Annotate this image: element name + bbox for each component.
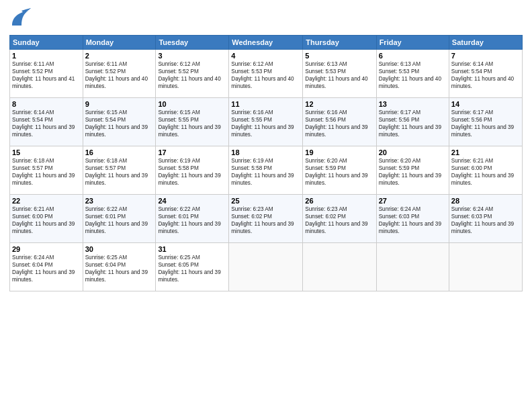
calendar-day-cell: 14 Sunrise: 6:17 AM Sunset: 5:56 PM Dayl…: [449, 98, 522, 146]
daylight-label: Daylight: 11 hours and 39 minutes.: [305, 173, 367, 186]
daylight-label: Daylight: 11 hours and 40 minutes.: [451, 76, 514, 89]
day-info: Sunrise: 6:24 AM Sunset: 6:03 PM Dayligh…: [451, 205, 520, 235]
calendar-day-cell: 23 Sunrise: 6:22 AM Sunset: 6:01 PM Dayl…: [83, 195, 156, 243]
sunrise-label: Sunrise: 6:23 AM: [231, 206, 273, 212]
sunset-label: Sunset: 5:57 PM: [85, 165, 126, 171]
calendar-day-cell: 2 Sunrise: 6:11 AM Sunset: 5:52 PM Dayli…: [83, 50, 156, 98]
weekday-header: Tuesday: [156, 36, 229, 50]
day-number: 11: [231, 100, 300, 108]
calendar-day-cell: 18 Sunrise: 6:19 AM Sunset: 5:58 PM Dayl…: [229, 146, 303, 195]
sunset-label: Sunset: 5:57 PM: [12, 165, 53, 171]
weekday-header-row: SundayMondayTuesdayWednesdayThursdayFrid…: [10, 36, 523, 50]
day-info: Sunrise: 6:11 AM Sunset: 5:52 PM Dayligh…: [85, 60, 154, 90]
day-number: 26: [305, 197, 373, 205]
sunrise-label: Sunrise: 6:11 AM: [12, 61, 54, 67]
daylight-label: Daylight: 11 hours and 39 minutes.: [85, 124, 148, 138]
sunrise-label: Sunrise: 6:16 AM: [305, 109, 347, 116]
day-info: Sunrise: 6:18 AM Sunset: 5:57 PM Dayligh…: [85, 157, 154, 187]
sunset-label: Sunset: 5:55 PM: [231, 117, 272, 123]
day-info: Sunrise: 6:14 AM Sunset: 5:54 PM Dayligh…: [451, 60, 520, 90]
day-info: Sunrise: 6:12 AM Sunset: 5:53 PM Dayligh…: [231, 60, 300, 90]
weekday-header: Thursday: [303, 36, 376, 50]
day-info: Sunrise: 6:21 AM Sunset: 6:00 PM Dayligh…: [12, 205, 81, 235]
daylight-label: Daylight: 11 hours and 40 minutes.: [231, 76, 294, 89]
calendar-day-cell: 15 Sunrise: 6:18 AM Sunset: 5:57 PM Dayl…: [10, 146, 83, 195]
sunset-label: Sunset: 6:04 PM: [12, 262, 53, 268]
weekday-header: Monday: [83, 36, 156, 50]
daylight-label: Daylight: 11 hours and 39 minutes.: [231, 221, 294, 234]
sunrise-label: Sunrise: 6:21 AM: [12, 206, 54, 212]
daylight-label: Daylight: 11 hours and 41 minutes.: [12, 76, 75, 89]
daylight-label: Daylight: 11 hours and 39 minutes.: [451, 221, 514, 234]
daylight-label: Daylight: 11 hours and 39 minutes.: [85, 269, 148, 283]
day-info: Sunrise: 6:17 AM Sunset: 5:56 PM Dayligh…: [451, 109, 520, 138]
sunset-label: Sunset: 5:59 PM: [379, 165, 420, 171]
sunset-label: Sunset: 5:52 PM: [158, 68, 199, 75]
sunrise-label: Sunrise: 6:23 AM: [305, 206, 347, 212]
day-info: Sunrise: 6:25 AM Sunset: 6:05 PM Dayligh…: [158, 254, 226, 283]
day-info: Sunrise: 6:20 AM Sunset: 5:59 PM Dayligh…: [379, 157, 447, 187]
sunrise-label: Sunrise: 6:15 AM: [158, 109, 200, 116]
day-number: 6: [379, 52, 447, 60]
daylight-label: Daylight: 11 hours and 40 minutes.: [85, 76, 148, 89]
calendar-day-cell: 4 Sunrise: 6:12 AM Sunset: 5:53 PM Dayli…: [229, 50, 303, 98]
day-info: Sunrise: 6:23 AM Sunset: 6:02 PM Dayligh…: [305, 205, 373, 235]
daylight-label: Daylight: 11 hours and 40 minutes.: [379, 76, 441, 89]
calendar-week-row: 1 Sunrise: 6:11 AM Sunset: 5:52 PM Dayli…: [10, 50, 523, 98]
day-number: 31: [158, 245, 226, 253]
sunrise-label: Sunrise: 6:24 AM: [379, 206, 420, 212]
sunset-label: Sunset: 5:55 PM: [158, 117, 199, 123]
weekday-header: Sunday: [10, 36, 83, 50]
day-number: 25: [231, 197, 300, 205]
sunset-label: Sunset: 6:02 PM: [305, 214, 346, 220]
sunrise-label: Sunrise: 6:16 AM: [231, 109, 273, 116]
day-info: Sunrise: 6:24 AM Sunset: 6:04 PM Dayligh…: [12, 254, 81, 283]
day-info: Sunrise: 6:15 AM Sunset: 5:54 PM Dayligh…: [85, 109, 154, 138]
calendar-day-cell: 10 Sunrise: 6:15 AM Sunset: 5:55 PM Dayl…: [156, 98, 229, 146]
day-info: Sunrise: 6:13 AM Sunset: 5:53 PM Dayligh…: [379, 60, 447, 90]
day-number: 22: [12, 197, 81, 205]
sunset-label: Sunset: 5:56 PM: [451, 117, 492, 123]
daylight-label: Daylight: 11 hours and 39 minutes.: [305, 221, 367, 234]
sunrise-label: Sunrise: 6:25 AM: [85, 255, 127, 261]
day-info: Sunrise: 6:16 AM Sunset: 5:55 PM Dayligh…: [231, 109, 300, 138]
day-number: 10: [158, 100, 226, 108]
day-info: Sunrise: 6:23 AM Sunset: 6:02 PM Dayligh…: [231, 205, 300, 235]
calendar-day-cell: 24 Sunrise: 6:22 AM Sunset: 6:01 PM Dayl…: [156, 195, 229, 243]
header: [9, 7, 523, 31]
sunset-label: Sunset: 5:52 PM: [85, 68, 126, 75]
calendar-day-cell: 26 Sunrise: 6:23 AM Sunset: 6:02 PM Dayl…: [303, 195, 376, 243]
sunrise-label: Sunrise: 6:18 AM: [85, 158, 127, 164]
day-info: Sunrise: 6:20 AM Sunset: 5:59 PM Dayligh…: [305, 157, 373, 187]
calendar-day-cell: 3 Sunrise: 6:12 AM Sunset: 5:52 PM Dayli…: [156, 50, 229, 98]
daylight-label: Daylight: 11 hours and 39 minutes.: [85, 173, 148, 186]
daylight-label: Daylight: 11 hours and 39 minutes.: [158, 221, 220, 234]
calendar-day-cell: 5 Sunrise: 6:13 AM Sunset: 5:53 PM Dayli…: [303, 50, 376, 98]
sunrise-label: Sunrise: 6:13 AM: [305, 61, 347, 67]
day-number: 27: [379, 197, 447, 205]
calendar-day-cell: 20 Sunrise: 6:20 AM Sunset: 5:59 PM Dayl…: [376, 146, 449, 195]
sunset-label: Sunset: 6:00 PM: [12, 214, 53, 220]
sunrise-label: Sunrise: 6:14 AM: [451, 61, 493, 67]
calendar-day-cell: 19 Sunrise: 6:20 AM Sunset: 5:59 PM Dayl…: [303, 146, 376, 195]
day-number: 12: [305, 100, 373, 108]
calendar-day-cell: 27 Sunrise: 6:24 AM Sunset: 6:03 PM Dayl…: [376, 195, 449, 243]
day-info: Sunrise: 6:19 AM Sunset: 5:58 PM Dayligh…: [158, 157, 226, 187]
day-number: 23: [85, 197, 154, 205]
daylight-label: Daylight: 11 hours and 39 minutes.: [231, 173, 294, 186]
daylight-label: Daylight: 11 hours and 39 minutes.: [158, 124, 220, 138]
sunset-label: Sunset: 5:56 PM: [379, 117, 420, 123]
calendar-day-cell: 21 Sunrise: 6:21 AM Sunset: 6:00 PM Dayl…: [449, 146, 522, 195]
sunset-label: Sunset: 6:04 PM: [85, 262, 126, 268]
sunset-label: Sunset: 5:58 PM: [231, 165, 272, 171]
day-number: 19: [305, 148, 373, 156]
daylight-label: Daylight: 11 hours and 39 minutes.: [379, 124, 441, 138]
day-info: Sunrise: 6:24 AM Sunset: 6:03 PM Dayligh…: [379, 205, 447, 235]
calendar-table: SundayMondayTuesdayWednesdayThursdayFrid…: [9, 35, 523, 291]
day-number: 17: [158, 148, 226, 156]
sunset-label: Sunset: 6:05 PM: [158, 262, 199, 268]
daylight-label: Daylight: 11 hours and 39 minutes.: [451, 173, 514, 186]
calendar-day-cell: 30 Sunrise: 6:25 AM Sunset: 6:04 PM Dayl…: [83, 243, 156, 291]
sunset-label: Sunset: 5:54 PM: [85, 117, 126, 123]
sunrise-label: Sunrise: 6:24 AM: [451, 206, 493, 212]
